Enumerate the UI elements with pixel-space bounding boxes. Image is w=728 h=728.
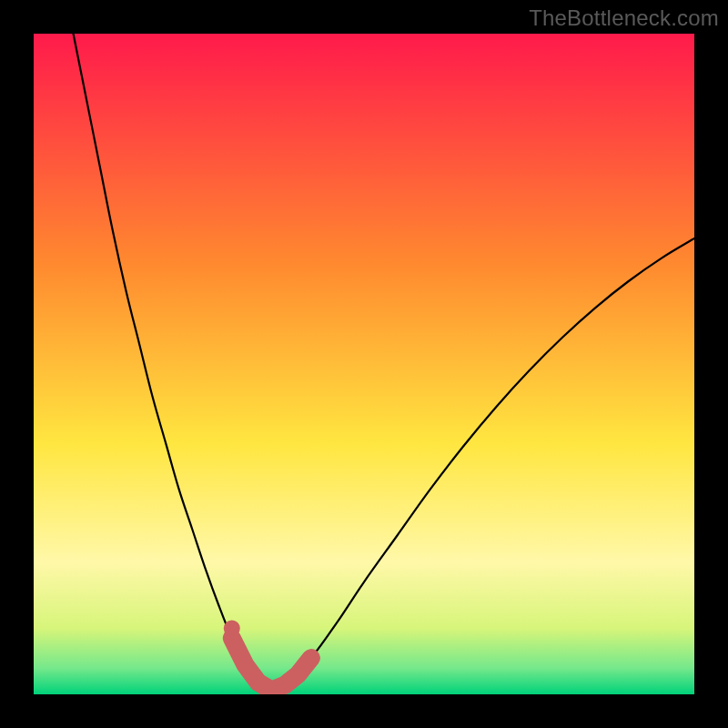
highlight-dot — [224, 620, 240, 636]
chart-svg — [34, 34, 694, 694]
chart-frame: TheBottleneck.com — [0, 0, 728, 728]
gradient-background — [34, 34, 694, 694]
watermark-text: TheBottleneck.com — [529, 5, 719, 31]
plot-area — [34, 34, 694, 694]
